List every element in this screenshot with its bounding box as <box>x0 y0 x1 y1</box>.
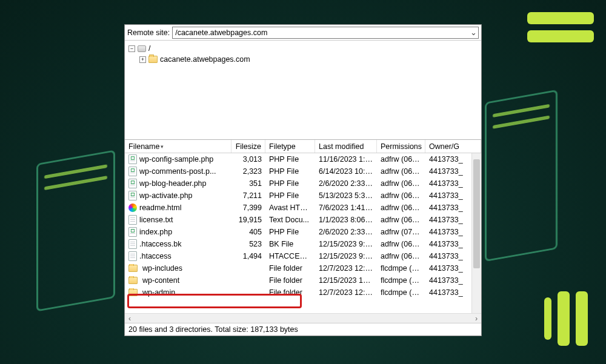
collapse-icon[interactable]: − <box>128 45 135 52</box>
file-list-body[interactable]: wp-config-sample.php3,013PHP File11/16/2… <box>125 153 471 313</box>
header-modified-label: Last modified <box>319 142 364 151</box>
table-row[interactable]: wp-activate.php7,211PHP File5/13/2023 5:… <box>125 190 471 202</box>
file-permissions: flcdmpe (0... <box>377 288 425 297</box>
tree-root-row[interactable]: − / <box>128 43 478 54</box>
header-filename[interactable]: Filename ▾ <box>125 140 231 153</box>
file-type: HTACCESS ... <box>265 252 315 260</box>
file-permissions: adfrw (0644) <box>377 155 425 164</box>
file-owner: 4413733_ <box>425 167 471 176</box>
table-row[interactable]: license.txt19,915Text Docu...1/1/2023 8:… <box>125 214 471 226</box>
table-row[interactable]: index.php405PHP File2/6/2020 2:33:1...ad… <box>125 226 471 238</box>
file-type: PHP File <box>265 228 315 236</box>
expand-icon[interactable]: + <box>139 56 146 63</box>
file-name: .htaccess.bk <box>139 240 181 248</box>
header-owner[interactable]: Owner/G <box>425 140 481 153</box>
php-file-icon <box>128 191 137 200</box>
file-size: 351 <box>231 179 265 188</box>
header-owner-label: Owner/G <box>429 142 459 151</box>
table-row[interactable]: wp-config-sample.php3,013PHP File11/16/2… <box>125 153 471 165</box>
table-row[interactable]: wp-adminFile folder12/7/2023 12:2...flcd… <box>125 286 471 299</box>
file-size: 7,211 <box>231 191 265 200</box>
file-name: .htaccess <box>139 252 171 260</box>
decor-bar <box>576 291 588 346</box>
scroll-left-icon[interactable]: ‹ <box>125 314 135 323</box>
file-type: Text Docu... <box>265 216 315 224</box>
header-permissions-label: Permissions <box>381 142 422 151</box>
file-name: wp-includes <box>142 264 182 273</box>
file-modified: 12/15/2023 9:2... <box>315 240 377 248</box>
file-modified: 12/15/2023 9:2... <box>315 252 377 260</box>
file-icon <box>128 251 137 261</box>
file-name: readme.html <box>139 204 181 212</box>
header-permissions[interactable]: Permissions <box>377 140 425 153</box>
file-name: wp-activate.php <box>139 191 193 200</box>
php-file-icon <box>128 227 137 237</box>
file-modified: 5/13/2023 5:35:... <box>315 191 377 200</box>
table-row[interactable]: wp-contentFile folder12/15/2023 10:...fl… <box>125 274 471 286</box>
file-type: PHP File <box>265 155 315 164</box>
tree-root-label: / <box>148 44 150 53</box>
directory-tree[interactable]: − / + cacanete.atwebpages.com <box>125 41 481 140</box>
file-permissions: adfrw (0644) <box>377 216 425 224</box>
file-modified: 12/7/2023 12:2... <box>315 288 377 297</box>
remote-site-row: Remote site: ⌄ <box>125 25 481 41</box>
file-size: 19,915 <box>231 216 265 224</box>
header-filetype[interactable]: Filetype <box>265 140 315 153</box>
file-owner: 4413733_ <box>425 216 471 224</box>
file-type: PHP File <box>265 179 315 188</box>
remote-site-combo[interactable]: ⌄ <box>172 27 479 39</box>
file-name: wp-blog-header.php <box>139 179 207 188</box>
file-permissions: adfrw (0644) <box>377 191 425 200</box>
file-name: license.txt <box>139 216 173 224</box>
file-modified: 12/15/2023 10:... <box>315 276 377 285</box>
file-owner: 4413733_ <box>425 155 471 164</box>
file-permissions: adfrw (0744) <box>377 228 425 236</box>
file-type: File folder <box>265 264 315 273</box>
file-modified: 12/7/2023 12:2... <box>315 264 377 273</box>
decor-bar <box>527 30 594 42</box>
table-row[interactable]: wp-includesFile folder12/7/2023 12:2...f… <box>125 262 471 274</box>
header-modified[interactable]: Last modified <box>315 140 377 153</box>
file-modified: 11/16/2023 1:4... <box>315 155 377 164</box>
php-file-icon <box>128 179 137 188</box>
file-owner: 4413733_ <box>425 288 471 297</box>
file-owner: 4413733_ <box>425 228 471 236</box>
tree-child-row[interactable]: + cacanete.atwebpages.com <box>128 54 478 65</box>
file-size: 2,323 <box>231 167 265 176</box>
file-name: wp-comments-post.p... <box>139 167 216 176</box>
column-headers: Filename ▾ Filesize Filetype Last modifi… <box>125 140 481 153</box>
vertical-scrollbar[interactable] <box>471 153 481 313</box>
file-permissions: adfrw (0644) <box>377 167 425 176</box>
status-bar: 20 files and 3 directories. Total size: … <box>125 323 481 336</box>
file-name: wp-config-sample.php <box>139 155 213 164</box>
remote-site-input[interactable] <box>173 28 468 37</box>
table-row[interactable]: readme.html7,399Avast HTM...7/6/2023 1:4… <box>125 202 471 214</box>
header-filesize[interactable]: Filesize <box>231 140 265 153</box>
file-type: BK File <box>265 240 315 248</box>
table-row[interactable]: .htaccess1,494HTACCESS ...12/15/2023 9:2… <box>125 250 471 262</box>
table-row[interactable]: wp-blog-header.php351PHP File2/6/2020 2:… <box>125 177 471 190</box>
file-owner: 4413733_ <box>425 252 471 260</box>
folder-icon <box>128 289 138 296</box>
horizontal-scrollbar[interactable]: ‹ › <box>125 313 481 323</box>
avast-icon <box>128 204 137 212</box>
table-row[interactable]: wp-comments-post.p...2,323PHP File6/14/2… <box>125 165 471 177</box>
file-permissions: flcdmpe (0... <box>377 264 425 273</box>
scrollbar-thumb[interactable] <box>473 159 480 268</box>
file-owner: 4413733_ <box>425 204 471 212</box>
decor-shape <box>485 90 558 262</box>
chevron-down-icon[interactable]: ⌄ <box>468 28 478 37</box>
scroll-right-icon[interactable]: › <box>471 314 481 323</box>
file-size: 3,013 <box>231 155 265 164</box>
decor-bar <box>544 297 551 340</box>
php-file-icon <box>128 167 137 176</box>
file-owner: 4413733_ <box>425 276 471 285</box>
file-size: 1,494 <box>231 252 265 260</box>
file-type: File folder <box>265 276 315 285</box>
decor-shape <box>36 150 115 311</box>
ftp-remote-panel: Remote site: ⌄ − / + cacanete.atwebpages… <box>124 24 482 336</box>
file-owner: 4413733_ <box>425 179 471 188</box>
file-permissions: flcdmpe (0... <box>377 276 425 285</box>
table-row[interactable]: .htaccess.bk523BK File12/15/2023 9:2...a… <box>125 238 471 250</box>
file-permissions: adfrw (0644) <box>377 240 425 248</box>
